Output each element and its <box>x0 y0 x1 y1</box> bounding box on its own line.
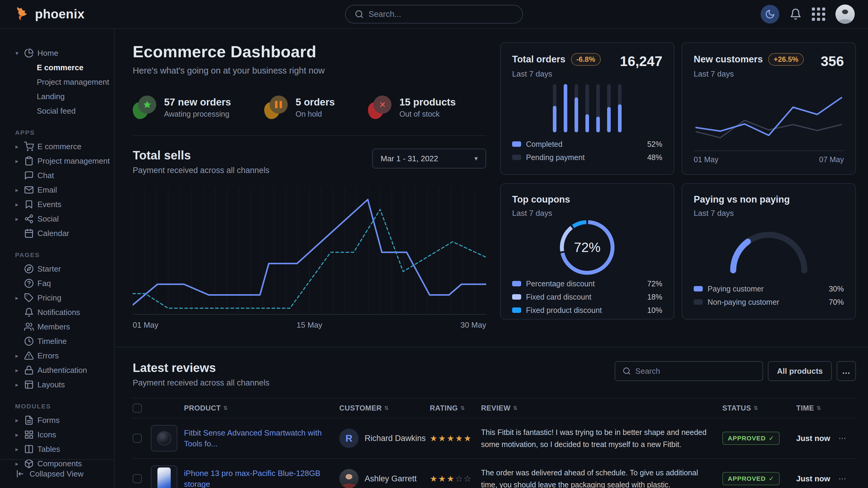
table-row: Fitbit Sense Advanced Smartwatch with To… <box>133 418 856 459</box>
sidebar-item-label: Starter <box>37 264 61 274</box>
rating-stars: ★★★★★ <box>430 433 481 444</box>
review-text: This Fitbit is fantastic! I was trying t… <box>481 426 722 450</box>
select-all-checkbox[interactable] <box>133 403 142 413</box>
sidebar-item-chat[interactable]: Chat <box>13 168 114 183</box>
card-title: New customers <box>694 54 763 65</box>
order-bar-fill <box>553 106 556 132</box>
date-range-select[interactable]: Mar 1 - 31, 2022 ▾ <box>372 149 486 168</box>
collapse-view-label: Collapsed View <box>30 469 84 479</box>
column-header-rating[interactable]: RATING⇅ <box>430 404 481 412</box>
user-avatar[interactable] <box>835 4 855 24</box>
caret-right-icon: ▸ <box>13 201 21 208</box>
total-sells-x-axis: 01 May 15 May 30 May <box>133 320 486 330</box>
x-label: 01 May <box>694 155 718 164</box>
stat-value: 15 products <box>399 96 456 108</box>
apps-grid-button[interactable] <box>812 7 825 21</box>
sidebar-item-email[interactable]: ▸Email <box>13 183 114 197</box>
sidebar-item-forms[interactable]: ▸Forms <box>13 413 114 427</box>
customer-name: Ashley Garrett <box>365 474 417 484</box>
caret-right-icon: ▸ <box>13 143 21 150</box>
review-time: Just now <box>796 474 838 484</box>
sidebar-item-social[interactable]: ▸Social <box>13 212 114 226</box>
sidebar-item-home[interactable]: ▾Home <box>13 46 114 60</box>
sidebar-item-label: E commerce <box>37 142 82 151</box>
row-more-button[interactable]: ⋯ <box>838 474 850 484</box>
product-thumbnail[interactable] <box>151 465 177 488</box>
sidebar-item-notifications[interactable]: Notifications <box>13 305 114 320</box>
coupons-donut-chart: 72% <box>512 218 662 277</box>
sidebar-item-events[interactable]: ▸Events <box>13 197 114 212</box>
sidebar-subitem-social-feed[interactable]: Social feed <box>37 104 114 118</box>
column-header-status[interactable]: STATUS⇅ <box>722 404 796 412</box>
customer-cell: RRichard Dawkins <box>339 429 430 448</box>
legend-swatch <box>694 299 703 305</box>
notifications-button[interactable] <box>789 8 802 20</box>
mail-icon <box>24 185 34 195</box>
reviews-search[interactable] <box>615 361 763 381</box>
sidebar-item-tables[interactable]: ▸Tables <box>13 442 114 456</box>
paying-legend: Paying customer30%Non-paying customer70% <box>694 282 844 308</box>
sidebar-subitem-landing[interactable]: Landing <box>37 89 114 104</box>
caret-right-icon: ▸ <box>13 431 21 438</box>
clock-icon <box>24 336 34 346</box>
column-header-time[interactable]: TIME⇅ <box>796 404 838 412</box>
product-thumbnail[interactable] <box>151 425 177 452</box>
card-subtitle: Last 7 days <box>512 208 570 218</box>
column-header-review[interactable]: REVIEW⇅ <box>481 404 722 412</box>
dashboard-cards: Total orders -6.8% Last 7 days 16,247 Co… <box>500 42 856 330</box>
sidebar-item-e-commerce[interactable]: ▸E commerce <box>13 139 114 154</box>
legend-item: Non-paying customer70% <box>694 295 844 308</box>
reviews-table-body: Fitbit Sense Advanced Smartwatch with To… <box>133 418 856 488</box>
row-more-button[interactable]: ⋯ <box>838 434 850 443</box>
sort-icon: ⇅ <box>460 405 465 412</box>
card-value: 356 <box>820 53 844 69</box>
shopping-cart-icon <box>24 142 34 151</box>
sidebar-item-pricing[interactable]: ▸Pricing <box>13 291 114 305</box>
sidebar-item-faq[interactable]: Faq <box>13 276 114 291</box>
legend-label: Paying customer <box>708 285 764 293</box>
pie-chart-icon <box>24 48 34 58</box>
sidebar-item-project-management[interactable]: ▸Project management <box>13 154 114 168</box>
bell-icon <box>24 307 34 317</box>
column-header-customer[interactable]: CUSTOMER⇅ <box>339 404 430 412</box>
order-bar-fill <box>585 114 589 132</box>
orders-legend: Completed52%Pending payment48% <box>512 137 662 164</box>
sidebar-item-authentication[interactable]: ▸Authentication <box>13 363 114 378</box>
product-link[interactable]: iPhone 13 pro max-Pacific Blue-128GB sto… <box>184 468 339 488</box>
lock-icon <box>24 365 34 375</box>
brand-logo[interactable]: phoenix <box>13 6 85 23</box>
customer-avatar <box>339 469 359 488</box>
legend-swatch <box>512 281 521 286</box>
sidebar-item-label: Email <box>37 185 57 195</box>
search-icon <box>622 367 631 375</box>
card-title: Paying vs non paying <box>694 194 790 205</box>
sidebar-item-members[interactable]: Members <box>13 320 114 334</box>
row-checkbox[interactable] <box>133 474 142 483</box>
sidebar-subitem-project-management[interactable]: Project management <box>37 75 114 89</box>
sidebar-item-calendar[interactable]: Calendar <box>13 226 114 240</box>
reviews-search-input[interactable] <box>635 366 755 376</box>
caret-right-icon: ▸ <box>13 187 21 194</box>
global-search-input[interactable] <box>369 10 513 19</box>
all-products-button[interactable]: All products <box>768 361 832 381</box>
legend-item: Pending payment48% <box>512 151 662 164</box>
sidebar-item-errors[interactable]: ▸Errors <box>13 349 114 363</box>
legend-value: 30% <box>829 285 844 293</box>
theme-toggle-button[interactable] <box>761 5 779 24</box>
sidebar-item-starter[interactable]: Starter <box>13 262 114 276</box>
column-header-product[interactable]: PRODUCT⇅ <box>184 404 339 412</box>
more-options-button[interactable]: ... <box>837 361 856 381</box>
legend-swatch <box>512 294 521 300</box>
sidebar-item-layouts[interactable]: ▸Layouts <box>13 378 114 392</box>
sort-icon: ⇅ <box>816 405 821 412</box>
product-link[interactable]: Fitbit Sense Advanced Smartwatch with To… <box>184 427 339 449</box>
total-sells-title: Total sells <box>133 149 269 162</box>
sidebar-item-timeline[interactable]: Timeline <box>13 334 114 349</box>
paying-gauge-chart <box>694 218 844 282</box>
row-checkbox[interactable] <box>133 434 142 443</box>
star-icon <box>143 100 152 109</box>
sidebar-item-icons[interactable]: ▸Icons <box>13 427 114 442</box>
sidebar-subitem-e-commerce[interactable]: E commerce <box>37 60 114 75</box>
collapse-view-button[interactable]: Collapsed View <box>0 459 114 488</box>
global-search[interactable] <box>345 5 523 24</box>
